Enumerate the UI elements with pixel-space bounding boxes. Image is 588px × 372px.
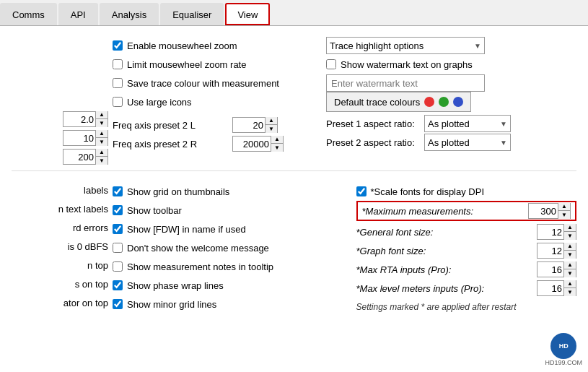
db-decade-up[interactable]: ▲ (96, 111, 107, 119)
max-measurements-row: *Maximum measurements: ▲ ▼ (356, 201, 577, 221)
val2-spinner[interactable]: ▲ ▼ (63, 130, 108, 146)
freq-2r-down[interactable]: ▼ (271, 144, 283, 152)
show-phase-wrap-checkbox[interactable] (113, 280, 123, 290)
max-meas-up[interactable]: ▲ (558, 203, 570, 211)
save-trace-row: Save trace colour with measurement (113, 74, 315, 92)
color-dot-red (424, 97, 434, 107)
general-font-input[interactable] (537, 225, 563, 239)
db-decade-spinner[interactable]: ▲ ▼ (63, 111, 108, 127)
val3-input[interactable] (63, 150, 95, 164)
max-level-down[interactable]: ▼ (564, 288, 576, 296)
freq-preset-2r-row: Freq axis preset 2 R ▲ ▼ (113, 134, 315, 153)
mid-column: Enable mousewheel zoom Limit mousewheel … (113, 35, 315, 166)
show-grid-row: Show grid on thumbnails (113, 182, 345, 201)
max-meas-down[interactable]: ▼ (558, 211, 570, 219)
show-phase-wrap-label: Show phase wrap lines (127, 280, 224, 291)
freq-2r-up[interactable]: ▲ (271, 136, 283, 144)
limit-mousewheel-checkbox[interactable] (113, 59, 123, 69)
graph-font-spinner[interactable]: ▲ ▼ (537, 243, 576, 259)
watermark-checkbox[interactable] (326, 59, 336, 69)
max-rta-spinner[interactable]: ▲ ▼ (537, 261, 576, 277)
val3-down[interactable]: ▼ (96, 157, 107, 165)
show-minor-grid-row: Show minor grid lines (113, 295, 345, 313)
max-measurements-spinner[interactable]: ▲ ▼ (528, 203, 571, 219)
settings-note-row: Settings marked * are applied after rest… (356, 298, 577, 316)
bottom-mid-column: Show grid on thumbnails Show toolbar Sho… (113, 181, 345, 316)
scale-fonts-checkbox[interactable] (356, 186, 367, 196)
max-level-input[interactable] (537, 281, 563, 295)
large-icons-row: Use large icons (113, 92, 315, 111)
show-grid-checkbox[interactable] (113, 186, 123, 196)
save-trace-label: Save trace colour with measurement (127, 78, 279, 89)
trace-highlight-text: Trace highlight options (330, 40, 471, 51)
max-measurements-input[interactable] (529, 204, 558, 218)
db-decade-input[interactable] (63, 112, 95, 126)
graph-font-down[interactable]: ▼ (564, 251, 576, 259)
val3-spinner[interactable]: ▲ ▼ (63, 149, 108, 165)
watermark-label: Show watermark text on graphs (341, 59, 473, 70)
val2-down[interactable]: ▼ (96, 138, 107, 146)
max-level-spinner[interactable]: ▲ ▼ (537, 280, 576, 296)
show-fdw-checkbox[interactable] (113, 224, 123, 234)
dont-show-welcome-label: Don't show the welcome message (127, 243, 269, 254)
dont-show-welcome-checkbox[interactable] (113, 243, 123, 253)
show-toolbar-checkbox[interactable] (113, 205, 123, 215)
show-fdw-row: Show [FDW] in name if used (113, 220, 345, 238)
max-rta-label: *Max RTA inputs (Pro): (356, 264, 533, 275)
tab-analysis[interactable]: Analysis (100, 3, 159, 25)
trace-colours-label: Default trace colours (334, 97, 420, 108)
preset1-arrow-icon: ▼ (500, 120, 507, 128)
general-font-spinner[interactable]: ▲ ▼ (537, 224, 576, 240)
trace-highlight-dropdown[interactable]: Trace highlight options ▼ (326, 37, 485, 54)
max-level-up[interactable]: ▲ (564, 280, 576, 288)
show-meas-notes-checkbox[interactable] (113, 261, 123, 272)
max-measurements-label: *Maximum measurements: (362, 206, 525, 217)
preset2-aspect-dropdown[interactable]: As plotted ▼ (424, 134, 511, 151)
enable-mousewheel-checkbox[interactable] (113, 40, 123, 51)
limit-mousewheel-label: Limit mousewheel zoom rate (127, 59, 246, 70)
label-s-on-top: s on top (75, 279, 108, 290)
db-decade-down[interactable]: ▼ (96, 119, 107, 127)
freq-preset-2l-input[interactable] (233, 118, 265, 132)
save-trace-checkbox[interactable] (113, 78, 123, 88)
max-rta-down[interactable]: ▼ (564, 269, 576, 277)
label-labels: labels (84, 185, 108, 196)
enable-mousewheel-row: Enable mousewheel zoom (113, 36, 315, 55)
preset1-aspect-dropdown[interactable]: As plotted ▼ (424, 115, 511, 132)
color-dot-green (439, 97, 449, 107)
val2-input[interactable] (63, 131, 95, 145)
default-trace-colours-row: Default trace colours (326, 92, 576, 111)
limit-mousewheel-row: Limit mousewheel zoom rate (113, 55, 315, 74)
graph-font-up[interactable]: ▲ (564, 243, 576, 251)
gen-font-up[interactable]: ▲ (564, 224, 576, 232)
show-meas-notes-row: Show measurement notes in tooltip (113, 257, 345, 276)
graph-font-input[interactable] (537, 243, 563, 258)
max-rta-input[interactable] (537, 262, 563, 277)
preset1-aspect-label: Preset 1 aspect ratio: (326, 118, 420, 129)
graph-font-label: *Graph font size: (356, 246, 533, 256)
val3-up[interactable]: ▲ (96, 149, 107, 157)
watermark-checkbox-row: Show watermark text on graphs (326, 55, 576, 74)
freq-2l-up[interactable]: ▲ (266, 117, 277, 125)
large-icons-label: Use large icons (127, 97, 192, 108)
gen-font-down[interactable]: ▼ (564, 232, 576, 240)
freq-2l-down[interactable]: ▼ (266, 125, 277, 133)
show-minor-grid-checkbox[interactable] (113, 299, 123, 309)
large-icons-checkbox[interactable] (113, 97, 123, 107)
tab-comms[interactable]: Comms (0, 3, 57, 25)
right-column: Trace highlight options ▼ Show watermark… (315, 35, 576, 166)
dropdown-arrow-icon: ▼ (474, 42, 481, 50)
tab-api[interactable]: API (58, 3, 98, 25)
logo-circle: HD (550, 333, 576, 359)
val2-up[interactable]: ▲ (96, 130, 107, 138)
tab-view[interactable]: View (225, 3, 270, 25)
watermark-text-input[interactable] (326, 74, 485, 92)
tab-equaliser[interactable]: Equaliser (160, 3, 224, 25)
freq-preset-2r-input[interactable] (233, 137, 271, 151)
freq-preset-2l-spinner[interactable]: ▲ ▼ (232, 117, 278, 133)
general-font-label: *General font size: (356, 227, 533, 238)
max-rta-up[interactable]: ▲ (564, 261, 576, 269)
label-0dbfs: is 0 dBFS (68, 241, 108, 252)
default-trace-colours-button[interactable]: Default trace colours (326, 92, 471, 112)
freq-preset-2r-spinner[interactable]: ▲ ▼ (232, 136, 284, 152)
